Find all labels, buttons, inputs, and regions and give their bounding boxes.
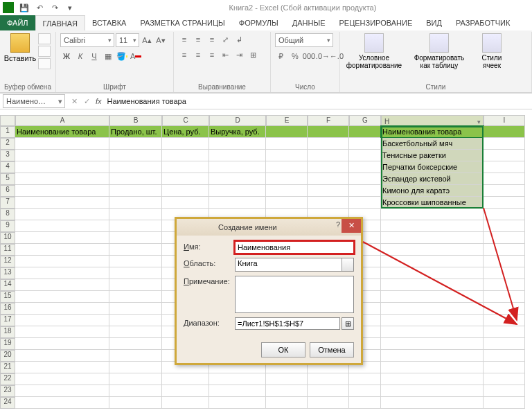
cell[interactable]: Выручка, руб. <box>209 126 266 138</box>
cell[interactable] <box>484 326 525 338</box>
cell[interactable] <box>308 161 349 173</box>
cell[interactable] <box>109 256 162 267</box>
cell[interactable] <box>484 197 525 209</box>
cell[interactable] <box>162 173 209 185</box>
cell[interactable] <box>162 385 209 397</box>
cell[interactable]: Тенисные ракетки <box>381 150 484 161</box>
cell[interactable] <box>162 138 209 150</box>
row-header[interactable]: 1 <box>0 126 15 138</box>
bold-button[interactable]: Ж <box>60 50 73 62</box>
cell[interactable] <box>109 303 162 315</box>
cell[interactable] <box>266 373 308 385</box>
cell[interactable] <box>381 220 484 232</box>
enter-formula-icon[interactable]: ✓ <box>80 97 93 106</box>
cell[interactable] <box>15 279 109 291</box>
row-header[interactable]: 9 <box>0 220 15 232</box>
cell[interactable] <box>484 126 525 138</box>
cell[interactable] <box>15 185 109 197</box>
cell[interactable] <box>381 256 484 267</box>
tab-developer[interactable]: РАЗРАБОТЧИК <box>449 15 517 30</box>
cell[interactable] <box>484 373 525 385</box>
tab-insert[interactable]: ВСТАВКА <box>85 15 133 30</box>
cell[interactable] <box>109 315 162 326</box>
cell[interactable] <box>484 291 525 303</box>
cell[interactable] <box>349 150 381 161</box>
cell[interactable] <box>209 397 266 409</box>
align-left-icon[interactable]: ≡ <box>178 48 190 61</box>
cell[interactable] <box>209 385 266 397</box>
cell[interactable] <box>109 244 162 256</box>
tab-home[interactable]: ГЛАВНАЯ <box>35 15 85 30</box>
fx-icon[interactable]: fx <box>93 97 105 105</box>
comma-icon[interactable]: 000 <box>303 50 315 62</box>
cell[interactable] <box>109 350 162 362</box>
cell[interactable] <box>381 315 484 326</box>
row-header[interactable]: 23 <box>0 385 15 397</box>
cell[interactable] <box>15 197 109 209</box>
underline-button[interactable]: Ч <box>88 50 100 62</box>
ok-button[interactable]: ОК <box>261 342 305 357</box>
cell[interactable] <box>381 267 484 279</box>
cell[interactable] <box>381 279 484 291</box>
cell[interactable]: Баскетбольный мяч <box>381 138 484 150</box>
cell[interactable] <box>266 385 308 397</box>
cut-button[interactable] <box>38 33 51 44</box>
col-header-d[interactable]: D <box>209 115 266 126</box>
cell[interactable]: Эспандер кистевой <box>381 173 484 185</box>
cell[interactable] <box>484 244 525 256</box>
cell[interactable] <box>162 150 209 161</box>
cell[interactable] <box>381 385 484 397</box>
cell[interactable] <box>266 138 308 150</box>
cell[interactable] <box>308 197 349 209</box>
font-name-select[interactable]: Calibri <box>60 33 114 47</box>
cell[interactable] <box>484 173 525 185</box>
paste-button[interactable]: Вставить <box>4 33 36 62</box>
cell[interactable]: Наименования товара <box>381 126 484 138</box>
cell[interactable] <box>381 350 484 362</box>
cell[interactable] <box>15 138 109 150</box>
font-color-button[interactable]: A <box>130 50 142 62</box>
cell[interactable] <box>381 209 484 220</box>
cell[interactable] <box>109 197 162 209</box>
cell[interactable] <box>484 385 525 397</box>
cell[interactable] <box>209 185 266 197</box>
cell[interactable] <box>308 150 349 161</box>
cell[interactable] <box>484 209 525 220</box>
cell[interactable] <box>381 397 484 409</box>
col-header-c[interactable]: C <box>162 115 209 126</box>
save-icon[interactable]: 💾 <box>18 1 30 14</box>
dialog-help-icon[interactable]: ? <box>336 220 340 229</box>
cell[interactable] <box>209 373 266 385</box>
cell[interactable] <box>15 173 109 185</box>
comment-textarea[interactable] <box>235 276 354 313</box>
cell[interactable] <box>381 244 484 256</box>
cell[interactable] <box>349 397 381 409</box>
cell[interactable] <box>15 362 109 373</box>
cell[interactable] <box>15 220 109 232</box>
cell[interactable] <box>109 232 162 244</box>
cell[interactable] <box>484 220 525 232</box>
fill-color-button[interactable]: 🪣 <box>116 50 128 62</box>
cell[interactable] <box>15 397 109 409</box>
cell[interactable] <box>484 267 525 279</box>
row-header[interactable]: 13 <box>0 267 15 279</box>
align-bottom-icon[interactable]: ≡ <box>206 33 218 46</box>
cell[interactable] <box>15 373 109 385</box>
cell[interactable] <box>15 209 109 220</box>
merge-center-icon[interactable]: ⊞ <box>247 48 260 61</box>
tab-review[interactable]: РЕЦЕНЗИРОВАНИЕ <box>332 15 419 30</box>
cell[interactable] <box>266 161 308 173</box>
cell[interactable] <box>266 150 308 161</box>
cell[interactable] <box>381 362 484 373</box>
cell[interactable] <box>15 326 109 338</box>
row-header[interactable]: 15 <box>0 291 15 303</box>
cell[interactable] <box>209 173 266 185</box>
cell[interactable] <box>15 291 109 303</box>
cell[interactable] <box>209 150 266 161</box>
row-header[interactable]: 18 <box>0 326 15 338</box>
cell[interactable]: Продано, шт. <box>109 126 162 138</box>
cell[interactable] <box>15 232 109 244</box>
cell[interactable] <box>109 220 162 232</box>
row-header[interactable]: 12 <box>0 256 15 267</box>
cell[interactable] <box>209 138 266 150</box>
